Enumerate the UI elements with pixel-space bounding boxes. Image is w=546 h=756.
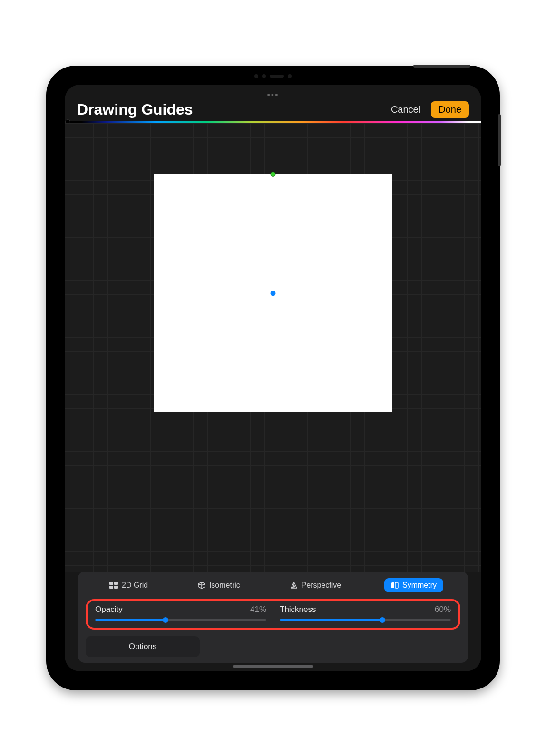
cancel-button[interactable]: Cancel bbox=[391, 104, 420, 115]
tab-label: 2D Grid bbox=[122, 581, 148, 590]
tab-label: Perspective bbox=[302, 581, 341, 590]
page-title: Drawing Guides bbox=[77, 101, 193, 118]
screen: ••• Drawing Guides Cancel Done bbox=[65, 85, 481, 671]
svg-rect-0 bbox=[109, 582, 113, 585]
thickness-label: Thickness bbox=[280, 605, 316, 614]
svg-rect-2 bbox=[109, 586, 113, 589]
canvas-preview[interactable] bbox=[154, 174, 392, 412]
symmetry-center-handle[interactable] bbox=[271, 291, 276, 296]
thickness-slider[interactable] bbox=[280, 619, 451, 621]
tab-isometric[interactable]: Isometric bbox=[191, 578, 247, 592]
opacity-slider-group: Opacity 41% bbox=[95, 605, 266, 621]
thickness-slider-group: Thickness 60% bbox=[280, 605, 451, 621]
drag-handle-icon[interactable]: ••• bbox=[65, 90, 481, 99]
opacity-label: Opacity bbox=[95, 605, 123, 614]
symmetry-rotation-handle[interactable] bbox=[271, 172, 276, 177]
opacity-slider-thumb[interactable] bbox=[163, 617, 168, 623]
symmetry-icon bbox=[391, 582, 399, 589]
svg-rect-1 bbox=[114, 582, 118, 585]
thickness-value: 60% bbox=[435, 605, 451, 614]
thickness-slider-thumb[interactable] bbox=[380, 617, 385, 623]
svg-rect-3 bbox=[114, 586, 118, 589]
perspective-icon bbox=[290, 582, 298, 589]
tab-symmetry[interactable]: Symmetry bbox=[384, 578, 443, 592]
workspace[interactable] bbox=[65, 123, 481, 572]
svg-rect-5 bbox=[395, 582, 398, 588]
home-indicator[interactable] bbox=[233, 665, 313, 668]
guide-type-segmented: 2D Grid Isometric Perspective bbox=[86, 578, 460, 592]
done-button[interactable]: Done bbox=[431, 101, 469, 118]
camera-bar bbox=[244, 73, 302, 79]
opacity-value: 41% bbox=[250, 605, 266, 614]
tab-2d-grid[interactable]: 2D Grid bbox=[103, 578, 155, 592]
grid-icon bbox=[109, 582, 118, 589]
ipad-frame: ••• Drawing Guides Cancel Done bbox=[47, 67, 499, 689]
tab-perspective[interactable]: Perspective bbox=[283, 578, 348, 592]
header-actions: Cancel Done bbox=[391, 101, 469, 118]
opacity-slider[interactable] bbox=[95, 619, 266, 621]
sliders-highlight-box: Opacity 41% Thickness 60% bbox=[86, 599, 460, 630]
controls-panel: 2D Grid Isometric Perspective bbox=[78, 572, 468, 663]
options-button[interactable]: Options bbox=[86, 636, 200, 657]
cube-icon bbox=[198, 582, 205, 589]
svg-rect-4 bbox=[391, 582, 394, 588]
header: Drawing Guides Cancel Done bbox=[65, 99, 481, 121]
tab-label: Symmetry bbox=[402, 581, 437, 590]
tab-label: Isometric bbox=[209, 581, 240, 590]
